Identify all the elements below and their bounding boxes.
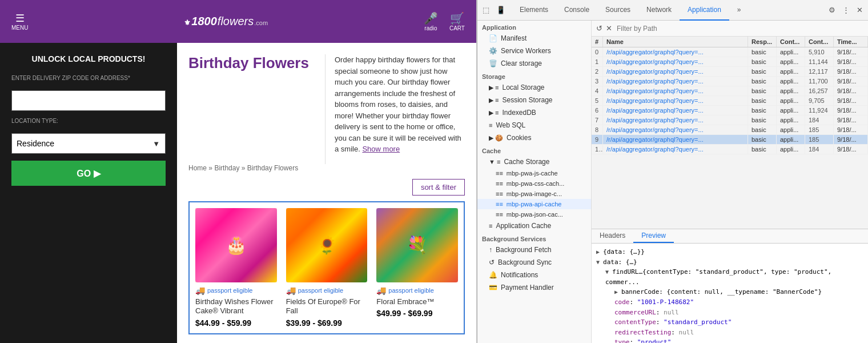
cell-cont1: appli... [777,47,805,57]
preview-line: code: "1001-P-148682" [614,297,863,308]
preview-line: contentType: "standard_product" [614,317,863,328]
sidebar-item-pwa-json-cache[interactable]: ≡≡ mbp-pwa-json-cac... [477,209,591,220]
cell-num: 8 [592,125,603,134]
cell-size: 185 [805,135,834,144]
product-card-3[interactable]: 💐 🚚 passport eligible Floral Embrace™ $4… [372,204,463,333]
table-row[interactable]: 8 /r/api/aggregator/graphql?query=... ba… [592,125,868,135]
json-expand-icon[interactable]: ▶ [614,289,621,295]
sidebar-item-web-sql[interactable]: ≡ Web SQL [477,119,591,131]
filter-input[interactable] [617,25,863,33]
clear-filter-icon[interactable]: ✕ [606,24,612,33]
close-devtools-icon[interactable]: ✕ [853,4,866,17]
sidebar-item-background-sync[interactable]: ↺ Background Sync [477,256,591,269]
website-panel: ☰ MENU ⚜ 1800 flowers .com 🎤 radio 🛒 CAR… [0,0,477,343]
sidebar-item-session-storage[interactable]: ▶ ≡ Session Storage [477,94,591,106]
json-collapse-icon[interactable]: ▼ [605,269,612,275]
device-toolbar-icon[interactable]: 📱 [495,4,507,17]
tab-preview[interactable]: Preview [633,229,674,243]
tab-elements[interactable]: Elements [512,0,556,21]
sidebar-item-local-storage[interactable]: ▶ ≡ Local Storage [477,81,591,94]
sidebar-item-notifications[interactable]: 🔔 Notifications [477,269,591,281]
header-logo[interactable]: ⚜ 1800 flowers .com [184,15,268,28]
cell-resp: basic [748,115,777,125]
json-key: type [614,338,630,343]
inspect-element-icon[interactable]: ⬚ [480,4,492,17]
location-select[interactable]: Residence Business [11,133,166,154]
tab-more[interactable]: » [729,0,749,21]
cell-resp: basic [748,125,777,134]
json-value: "standard_product" [664,318,732,326]
sidebar-item-background-fetch[interactable]: ↑ Background Fetch [477,244,591,256]
content-area: Birthday Flowers Order happy birthday fl… [177,43,476,343]
table-header: # Name Resp... Cont... Cont... Time... [592,37,868,47]
sidebar-item-pwa-css-cache[interactable]: ≡≡ mbp-pwa-css-cach... [477,178,591,189]
product-card-1[interactable]: 🎂 🚚 passport eligible Birthday Wishes Fl… [191,204,282,333]
cell-name: /r/api/aggregator/graphql?query=... [603,47,748,57]
cell-cont1: appli... [777,145,805,154]
table-row[interactable]: 10 /r/api/aggregator/graphql?query=... b… [592,145,868,154]
menu-icon: ☰ [15,12,25,25]
table-row[interactable]: 6 /r/api/aggregator/graphql?query=... ba… [592,106,868,115]
sidebar-item-pwa-image-cache[interactable]: ≡≡ mbp-pwa-image-c... [477,189,591,199]
table-row[interactable]: 0 /r/api/aggregator/graphql?query=... ba… [592,47,868,57]
table-row[interactable]: 9 /r/api/aggregator/graphql?query=... ba… [592,135,868,145]
col-response-type: Resp... [748,37,777,47]
breadcrumb-birthday[interactable]: Birthday [214,164,239,172]
sidebar-item-clear-storage[interactable]: 🗑️ Clear storage [477,57,591,70]
sidebar-item-manifest[interactable]: 📄 Manifest [477,32,591,45]
cell-name: /r/api/aggregator/graphql?query=... [603,96,748,105]
app-section-cache: Cache [477,144,591,155]
zip-input[interactable] [11,90,166,111]
json-expand-icon[interactable]: ▶ [596,249,603,255]
json-key: code [614,298,630,306]
json-value: null [679,329,694,336]
sidebar-item-cache-storage[interactable]: ▼ ≡ Cache Storage [477,155,591,168]
go-button[interactable]: GO ▶ [11,161,166,186]
cell-name: /r/api/aggregator/graphql?query=... [603,145,748,154]
passport-icon-1: 🚚 [195,286,205,295]
cell-cont1: appli... [777,86,805,95]
show-more-link[interactable]: Show more [362,145,400,153]
breadcrumb-home[interactable]: Home [188,164,207,172]
sort-filter-button[interactable]: sort & filter [412,179,465,196]
more-options-icon[interactable]: ⋮ [839,4,852,17]
cart-button[interactable]: 🛒 CART [449,11,465,31]
table-row[interactable]: 3 /r/api/aggregator/graphql?query=... ba… [592,77,868,86]
site-header: ☰ MENU ⚜ 1800 flowers .com 🎤 radio 🛒 CAR… [0,0,476,43]
radio-button[interactable]: 🎤 radio [424,11,438,31]
json-collapse-icon[interactable]: ▼ [596,259,603,265]
sidebar-item-pwa-js-cache[interactable]: ≡≡ mbp-pwa-js-cache [477,168,591,178]
sidebar-item-cookies[interactable]: ▶ 🍪 Cookies [477,131,591,144]
cell-cont1: appli... [777,96,805,105]
tab-headers[interactable]: Headers [592,229,633,243]
header-right: 🎤 radio 🛒 CART [424,11,465,31]
col-number: # [592,37,603,47]
sidebar-item-application-cache[interactable]: ≡ Application Cache [477,220,591,232]
header-menu[interactable]: ☰ MENU [11,12,28,31]
table-row[interactable]: 4 /r/api/aggregator/graphql?query=... ba… [592,86,868,96]
sidebar-item-indexeddb[interactable]: ▶ ≡ IndexedDB [477,106,591,119]
product-image-2: 🌻 [286,208,368,282]
table-row[interactable]: 7 /r/api/aggregator/graphql?query=... ba… [592,115,868,125]
tab-console[interactable]: Console [556,0,597,21]
table-row[interactable]: 2 /r/api/aggregator/graphql?query=... ba… [592,67,868,77]
preview-line: ▼ data: {…} [596,257,863,268]
tab-application[interactable]: Application [680,0,729,21]
product-image-3: 💐 [376,208,458,282]
cell-num: 6 [592,106,603,115]
refresh-icon[interactable]: ↺ [596,24,602,33]
product-card-2[interactable]: 🌻 🚚 passport eligible Fields Of Europe® … [282,204,372,333]
table-row[interactable]: 5 /r/api/aggregator/graphql?query=... ba… [592,96,868,106]
sidebar-item-payment-handler[interactable]: 💳 Payment Handler [477,281,591,294]
app-section-background-services: Background Services [477,232,591,244]
tab-sources[interactable]: Sources [597,0,638,21]
preview-line: type: "product" [614,337,863,343]
sidebar-item-pwa-api-cache[interactable]: ≡≡ mbp-pwa-api-cache [477,199,591,209]
cell-time: 9/18/... [834,106,868,115]
cell-resp: basic [748,77,777,86]
table-row[interactable]: 1 /r/api/aggregator/graphql?query=... ba… [592,57,868,67]
sidebar-item-service-workers[interactable]: ⚙️ Service Workers [477,45,591,57]
settings-icon[interactable]: ⚙ [826,4,838,17]
tab-network[interactable]: Network [638,0,680,21]
service-workers-icon: ⚙️ [489,47,497,55]
